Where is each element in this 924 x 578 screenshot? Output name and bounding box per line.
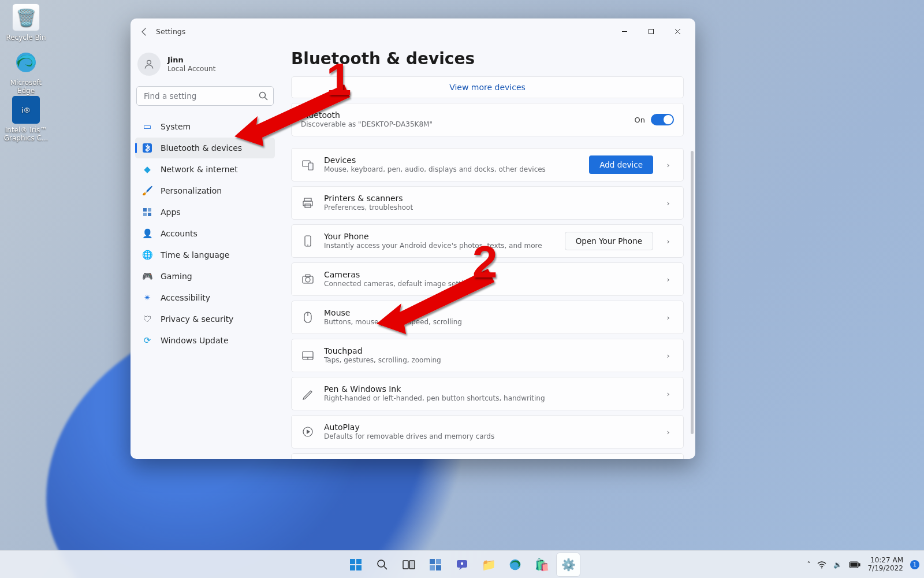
taskbar-search[interactable] <box>371 553 394 576</box>
taskbar-settings[interactable]: ⚙️ <box>557 553 580 576</box>
bluetooth-toggle[interactable]: On <box>635 114 674 125</box>
nav-network[interactable]: ◆Network & internet <box>135 159 275 180</box>
avatar-icon <box>137 53 161 76</box>
svg-rect-34 <box>356 565 362 570</box>
row-title: AutoPlay <box>324 423 653 433</box>
svg-rect-16 <box>305 236 311 246</box>
nav-privacy-security[interactable]: 🛡︎Privacy & security <box>135 309 275 329</box>
bluetooth-title: Bluetooth <box>301 110 625 121</box>
add-device-button[interactable]: Add device <box>589 155 653 174</box>
svg-rect-13 <box>304 198 311 201</box>
search-field[interactable] <box>136 86 274 106</box>
nav-accounts[interactable]: 👤Accounts <box>135 223 275 244</box>
row-usb[interactable]: USB Notifications, USB battery saver, mo… <box>291 453 684 459</box>
search-input[interactable] <box>136 86 274 106</box>
tray-chevron-icon[interactable]: ˄ <box>807 561 810 569</box>
system-tray[interactable]: ˄ 🔉 10:27 AM 7/19/2022 1 <box>807 557 919 573</box>
edge-icon <box>12 49 40 76</box>
nav-apps[interactable]: Apps <box>135 202 275 223</box>
row-devices[interactable]: Devices Mouse, keyboard, pen, audio, dis… <box>291 148 684 181</box>
tray-wifi-icon[interactable] <box>817 561 826 569</box>
svg-rect-7 <box>143 208 147 212</box>
desktop-icon-label: Microsoft Edge <box>3 79 49 95</box>
row-cameras[interactable]: Cameras Connected cameras, default image… <box>291 262 684 296</box>
svg-line-36 <box>384 566 387 569</box>
personalization-icon: 🖌️ <box>142 186 152 196</box>
svg-rect-41 <box>430 565 435 570</box>
open-your-phone-button[interactable]: Open Your Phone <box>565 232 653 250</box>
svg-point-19 <box>305 277 310 282</box>
row-sub: Preferences, troubleshoot <box>324 203 653 212</box>
nav-label: Accounts <box>161 229 198 238</box>
nav-time-language[interactable]: 🌐Time & language <box>135 244 275 265</box>
minimize-button[interactable] <box>611 23 638 41</box>
maximize-button[interactable] <box>638 23 664 41</box>
titlebar: Settings <box>131 18 695 45</box>
svg-rect-37 <box>403 561 408 569</box>
row-mouse[interactable]: Mouse Buttons, mouse pointer speed, scro… <box>291 301 684 334</box>
nav-label: Gaming <box>161 272 192 281</box>
row-sub: Right-handed or left-handed, pen button … <box>324 394 653 403</box>
scrollbar[interactable] <box>691 102 694 452</box>
chevron-right-icon: › <box>662 390 674 398</box>
svg-point-4 <box>260 92 266 98</box>
tray-battery-icon[interactable] <box>849 561 860 568</box>
row-pen-ink[interactable]: Pen & Windows Ink Right-handed or left-h… <box>291 377 684 410</box>
autoplay-icon <box>301 425 315 439</box>
nav-accessibility[interactable]: ✴︎Accessibility <box>135 287 275 308</box>
chevron-right-icon: › <box>662 275 674 284</box>
scrollbar-thumb[interactable] <box>691 151 694 434</box>
row-title: Devices <box>324 155 580 166</box>
row-title: Cameras <box>324 270 653 280</box>
nav-label: Network & internet <box>161 165 238 174</box>
view-more-devices[interactable]: View more devices <box>291 76 684 98</box>
settings-window: Settings Jinn Local Account <box>131 18 695 459</box>
gaming-icon: 🎮 <box>142 271 152 281</box>
tray-clock[interactable]: 10:27 AM 7/19/2022 <box>867 557 903 573</box>
search-icon <box>258 91 269 101</box>
row-sub: Mouse, keyboard, pen, audio, displays an… <box>324 165 580 174</box>
nav-gaming[interactable]: 🎮Gaming <box>135 266 275 287</box>
desktop-icon-recycle-bin[interactable]: 🗑️ Recycle Bin <box>3 3 49 42</box>
printer-icon <box>301 196 315 210</box>
nav-bluetooth-devices[interactable]: Bluetooth & devices <box>135 138 275 158</box>
nav-label: Privacy & security <box>161 314 233 324</box>
recycle-bin-icon: 🗑️ <box>12 3 40 31</box>
toggle-switch-icon <box>651 114 674 125</box>
taskbar-store[interactable]: 🛍️ <box>530 553 553 576</box>
start-button[interactable] <box>344 553 367 576</box>
svg-rect-10 <box>148 213 151 216</box>
desktop-icon-edge[interactable]: Microsoft Edge <box>3 49 49 95</box>
svg-rect-39 <box>430 559 435 564</box>
nav-label: System <box>161 122 191 131</box>
camera-icon <box>301 272 315 286</box>
desktop-icon-intel-graphics[interactable]: i® Intel® Iris™ Graphics C... <box>3 96 49 142</box>
taskbar-widgets[interactable] <box>424 553 447 576</box>
bluetooth-card[interactable]: Bluetooth Discoverable as "DESKTOP-DA35K… <box>291 103 684 136</box>
row-printers[interactable]: Printers & scanners Preferences, trouble… <box>291 186 684 220</box>
row-touchpad[interactable]: Touchpad Taps, gestures, scrolling, zoom… <box>291 339 684 372</box>
nav-personalization[interactable]: 🖌️Personalization <box>135 180 275 201</box>
taskbar-chat[interactable] <box>450 553 474 576</box>
intel-graphics-icon: i® <box>12 96 40 124</box>
taskbar-explorer[interactable]: 📁 <box>477 553 500 576</box>
nav-windows-update[interactable]: ⟳Windows Update <box>135 330 275 351</box>
row-sub: Instantly access your Android device's p… <box>324 242 556 250</box>
taskbar-taskview[interactable] <box>397 553 420 576</box>
row-your-phone[interactable]: Your Phone Instantly access your Android… <box>291 224 684 258</box>
svg-rect-8 <box>148 208 151 212</box>
devices-icon <box>301 158 315 172</box>
tray-notification-badge[interactable]: 1 <box>910 560 919 569</box>
phone-icon <box>301 234 315 248</box>
bluetooth-icon <box>142 143 152 153</box>
row-autoplay[interactable]: AutoPlay Defaults for removable drives a… <box>291 415 684 449</box>
svg-rect-12 <box>308 163 313 170</box>
taskbar-edge[interactable] <box>504 553 527 576</box>
back-button[interactable] <box>135 23 154 41</box>
page-title: Bluetooth & devices <box>291 49 684 68</box>
svg-rect-2 <box>649 29 653 34</box>
close-button[interactable] <box>664 23 691 41</box>
nav-system[interactable]: ▭System <box>135 116 275 137</box>
tray-volume-icon[interactable]: 🔉 <box>833 561 842 569</box>
account-block[interactable]: Jinn Local Account <box>137 53 273 76</box>
